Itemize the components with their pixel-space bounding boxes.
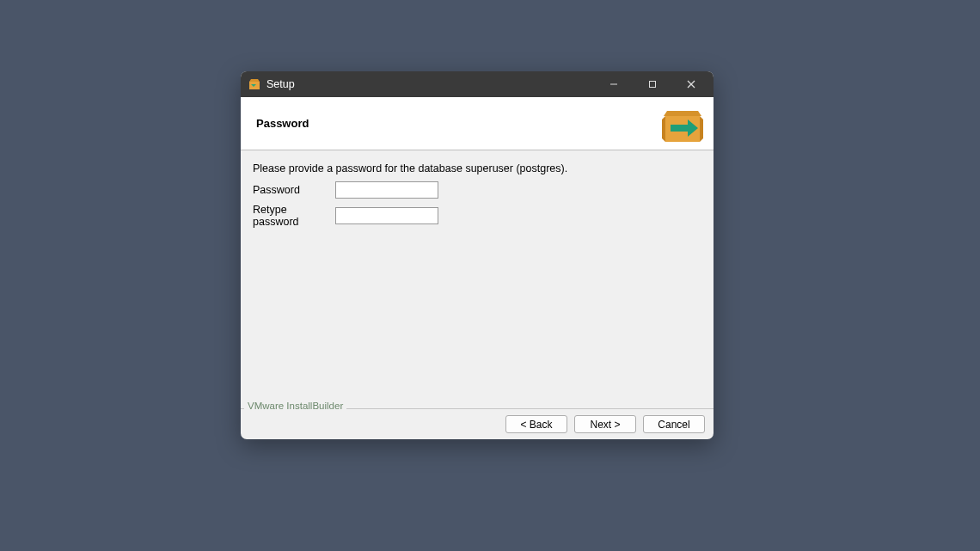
retype-password-row: Retype password	[253, 204, 701, 228]
svg-marker-9	[662, 116, 665, 142]
svg-marker-7	[664, 111, 701, 116]
close-button[interactable]	[671, 71, 710, 97]
setup-dialog: Setup Password Please provide a password…	[241, 71, 714, 439]
instruction-text: Please provide a password for the databa…	[253, 162, 701, 174]
password-label: Password	[253, 184, 335, 196]
retype-password-input[interactable]	[335, 207, 438, 224]
installer-box-arrow-icon	[658, 99, 707, 150]
branding-text: VMware InstallBuilder	[244, 401, 346, 411]
back-button[interactable]: < Back	[505, 415, 567, 433]
svg-rect-4	[649, 82, 655, 88]
maximize-button[interactable]	[633, 71, 671, 97]
page-header: Password	[241, 97, 714, 150]
titlebar: Setup	[241, 71, 714, 97]
page-title: Password	[256, 117, 309, 130]
password-input[interactable]	[335, 181, 438, 199]
retype-password-label: Retype password	[253, 204, 335, 228]
svg-marker-1	[249, 79, 260, 82]
svg-marker-10	[700, 116, 703, 142]
app-box-icon	[248, 77, 261, 91]
content-area: Please provide a password for the databa…	[241, 150, 714, 408]
window-title: Setup	[266, 78, 594, 90]
cancel-button[interactable]: Cancel	[643, 415, 705, 433]
minimize-button[interactable]	[594, 71, 633, 97]
password-row: Password	[253, 181, 701, 199]
footer: VMware InstallBuilder < Back Next > Canc…	[241, 408, 714, 439]
next-button[interactable]: Next >	[574, 415, 636, 433]
